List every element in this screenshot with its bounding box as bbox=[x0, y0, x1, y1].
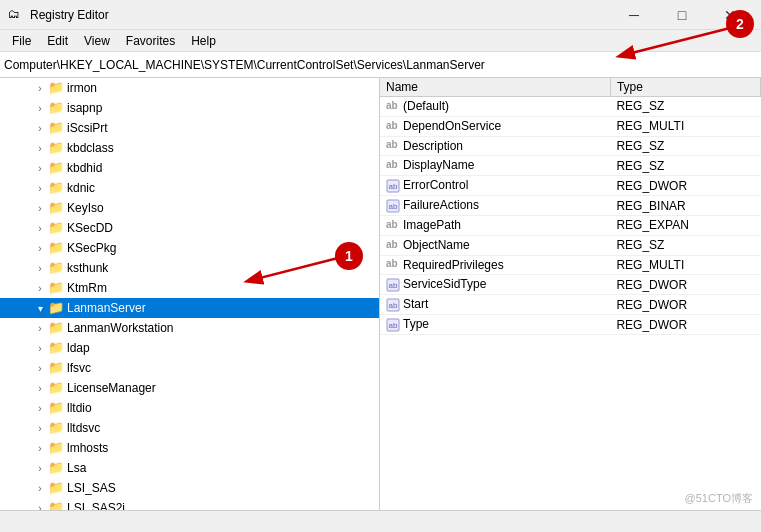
expand-icon[interactable]: ▾ bbox=[32, 300, 48, 316]
expand-icon[interactable]: › bbox=[32, 480, 48, 496]
menu-help[interactable]: Help bbox=[183, 32, 224, 50]
expand-icon[interactable]: › bbox=[32, 400, 48, 416]
expand-icon[interactable]: › bbox=[32, 140, 48, 156]
expand-icon[interactable]: › bbox=[32, 380, 48, 396]
expand-icon[interactable]: › bbox=[32, 120, 48, 136]
registry-entry-name: DependOnService bbox=[403, 119, 501, 133]
minimize-button[interactable]: ─ bbox=[611, 0, 657, 30]
expand-icon[interactable]: › bbox=[32, 80, 48, 96]
col-type[interactable]: Type bbox=[610, 78, 760, 97]
tree-item[interactable]: ›📁LicenseManager bbox=[0, 378, 379, 398]
close-button[interactable]: ✕ bbox=[707, 0, 753, 30]
tree-item[interactable]: ›📁KSecPkg bbox=[0, 238, 379, 258]
folder-icon: 📁 bbox=[48, 340, 64, 356]
expand-icon[interactable]: › bbox=[32, 340, 48, 356]
tree-item[interactable]: ›📁ksthunk bbox=[0, 258, 379, 278]
tree-item[interactable]: ›📁LSI_SAS2i bbox=[0, 498, 379, 510]
tree-item[interactable]: ›📁isapnp bbox=[0, 98, 379, 118]
tree-item-label: LSI_SAS2i bbox=[67, 501, 125, 510]
registry-name: abType bbox=[380, 315, 610, 335]
ab-icon: ab bbox=[386, 139, 400, 153]
registry-row[interactable]: abStartREG_DWOR bbox=[380, 295, 761, 315]
menu-edit[interactable]: Edit bbox=[39, 32, 76, 50]
registry-type: REG_DWOR bbox=[610, 176, 760, 196]
expand-icon[interactable]: › bbox=[32, 100, 48, 116]
menu-favorites[interactable]: Favorites bbox=[118, 32, 183, 50]
svg-text:ab: ab bbox=[389, 182, 398, 191]
col-name[interactable]: Name bbox=[380, 78, 610, 97]
expand-icon[interactable]: › bbox=[32, 200, 48, 216]
expand-icon[interactable]: › bbox=[32, 360, 48, 376]
tree-item[interactable]: ▾📁LanmanServer bbox=[0, 298, 379, 318]
tree-item-label: KtmRm bbox=[67, 281, 107, 295]
folder-icon: 📁 bbox=[48, 200, 64, 216]
registry-row[interactable]: abImagePathREG_EXPAN bbox=[380, 215, 761, 235]
tree-item-label: kdnic bbox=[67, 181, 95, 195]
tree-item[interactable]: ›📁KtmRm bbox=[0, 278, 379, 298]
menu-file[interactable]: File bbox=[4, 32, 39, 50]
expand-icon[interactable]: › bbox=[32, 260, 48, 276]
tree-item[interactable]: ›📁kbdhid bbox=[0, 158, 379, 178]
registry-name: abRequiredPrivileges bbox=[380, 255, 610, 275]
registry-row[interactable]: abDependOnServiceREG_MULTI bbox=[380, 116, 761, 136]
tree-item[interactable]: ›📁lfsvc bbox=[0, 358, 379, 378]
registry-type: REG_SZ bbox=[610, 136, 760, 156]
registry-row[interactable]: abTypeREG_DWOR bbox=[380, 315, 761, 335]
registry-entry-name: ImagePath bbox=[403, 218, 461, 232]
tree-item[interactable]: ›📁lltdio bbox=[0, 398, 379, 418]
registry-row[interactable]: abDescriptionREG_SZ bbox=[380, 136, 761, 156]
folder-icon: 📁 bbox=[48, 300, 64, 316]
folder-icon: 📁 bbox=[48, 220, 64, 236]
expand-icon[interactable]: › bbox=[32, 420, 48, 436]
folder-icon: 📁 bbox=[48, 400, 64, 416]
tree-item[interactable]: ›📁KeyIso bbox=[0, 198, 379, 218]
registry-row[interactable]: abServiceSidTypeREG_DWOR bbox=[380, 275, 761, 295]
folder-icon: 📁 bbox=[48, 420, 64, 436]
maximize-button[interactable]: □ bbox=[659, 0, 705, 30]
tree-item[interactable]: ›📁lltdsvc bbox=[0, 418, 379, 438]
tree-item[interactable]: ›📁LanmanWorkstation bbox=[0, 318, 379, 338]
folder-icon: 📁 bbox=[48, 320, 64, 336]
folder-icon: 📁 bbox=[48, 120, 64, 136]
expand-icon[interactable]: › bbox=[32, 500, 48, 510]
expand-icon[interactable]: › bbox=[32, 320, 48, 336]
registry-name: abImagePath bbox=[380, 215, 610, 235]
tree-item[interactable]: ›📁iScsiPrt bbox=[0, 118, 379, 138]
registry-pane[interactable]: Name Type ab(Default)REG_SZabDependOnSer… bbox=[380, 78, 761, 510]
expand-icon[interactable]: › bbox=[32, 460, 48, 476]
address-bar[interactable]: Computer\HKEY_LOCAL_MACHINE\SYSTEM\Curre… bbox=[0, 52, 761, 78]
registry-type: REG_DWOR bbox=[610, 295, 760, 315]
tree-pane[interactable]: ›📁irmon›📁isapnp›📁iScsiPrt›📁kbdclass›📁kbd… bbox=[0, 78, 380, 510]
registry-entry-name: ErrorControl bbox=[403, 178, 468, 192]
tree-item[interactable]: ›📁ldap bbox=[0, 338, 379, 358]
registry-row[interactable]: abRequiredPrivilegesREG_MULTI bbox=[380, 255, 761, 275]
dw-icon: ab bbox=[386, 278, 400, 292]
expand-icon[interactable]: › bbox=[32, 440, 48, 456]
expand-icon[interactable]: › bbox=[32, 240, 48, 256]
registry-type: REG_SZ bbox=[610, 235, 760, 255]
tree-item[interactable]: ›📁kdnic bbox=[0, 178, 379, 198]
tree-item-label: KeyIso bbox=[67, 201, 104, 215]
tree-item[interactable]: ›📁Lsa bbox=[0, 458, 379, 478]
registry-row[interactable]: abDisplayNameREG_SZ bbox=[380, 156, 761, 176]
tree-item[interactable]: ›📁irmon bbox=[0, 78, 379, 98]
svg-text:ab: ab bbox=[389, 202, 398, 211]
status-bar bbox=[0, 510, 761, 532]
menu-view[interactable]: View bbox=[76, 32, 118, 50]
tree-item[interactable]: ›📁lmhosts bbox=[0, 438, 379, 458]
tree-item[interactable]: ›📁KSecDD bbox=[0, 218, 379, 238]
expand-icon[interactable]: › bbox=[32, 220, 48, 236]
ab-icon: ab bbox=[386, 219, 400, 233]
tree-item[interactable]: ›📁LSI_SAS bbox=[0, 478, 379, 498]
tree-item-label: lltdio bbox=[67, 401, 92, 415]
tree-item-label: KSecPkg bbox=[67, 241, 116, 255]
registry-row[interactable]: abFailureActionsREG_BINAR bbox=[380, 196, 761, 216]
registry-row[interactable]: abErrorControlREG_DWOR bbox=[380, 176, 761, 196]
expand-icon[interactable]: › bbox=[32, 160, 48, 176]
tree-item-label: irmon bbox=[67, 81, 97, 95]
expand-icon[interactable]: › bbox=[32, 280, 48, 296]
expand-icon[interactable]: › bbox=[32, 180, 48, 196]
registry-row[interactable]: abObjectNameREG_SZ bbox=[380, 235, 761, 255]
registry-row[interactable]: ab(Default)REG_SZ bbox=[380, 97, 761, 117]
tree-item[interactable]: ›📁kbdclass bbox=[0, 138, 379, 158]
